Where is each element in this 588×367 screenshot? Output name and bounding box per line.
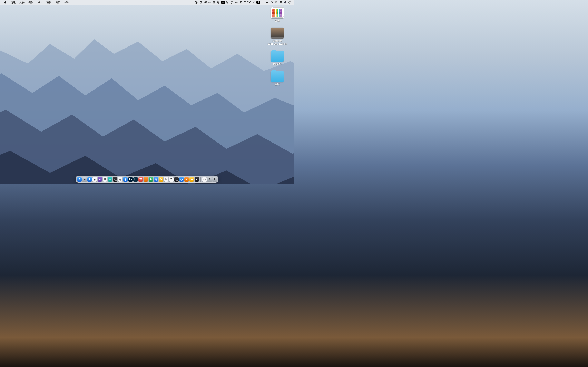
sogou-icon[interactable]: S [256, 0, 260, 5]
dock-trash[interactable]: 🗑 [212, 177, 217, 182]
stop-record-icon[interactable] [194, 0, 199, 5]
notion-icon: N [164, 177, 168, 182]
menu-view[interactable]: 显示 [35, 0, 44, 5]
desktop-icon-screenrecording-label: 屏幕录制 2021-10...6.09.56 [268, 39, 287, 45]
svg-rect-3 [200, 1, 201, 2]
menu-help[interactable]: 帮助 [62, 0, 71, 5]
terminal2-icon: >_ [174, 177, 179, 182]
dock-terminal2[interactable]: >_ [174, 177, 179, 182]
svg-point-8 [231, 1, 233, 3]
image-stack-thumb [271, 7, 284, 18]
dock-safari[interactable]: ◎ [93, 177, 97, 182]
svg-line-18 [277, 3, 277, 3]
music-icon: ♪ [144, 177, 148, 182]
dock-notes[interactable]: ✎ [159, 177, 163, 182]
dock-music[interactable]: ♪ [144, 177, 148, 182]
imovie-icon: ★ [98, 177, 102, 182]
clock-icon[interactable] [287, 0, 292, 5]
paste-icon[interactable] [199, 0, 203, 5]
notes-icon: ✎ [159, 177, 163, 182]
desktop-icon-screenrecording[interactable]: 屏幕录制 2021-10...6.09.56 [265, 27, 290, 45]
menu-file-label: 文件 [19, 1, 25, 4]
wps-icon: W [138, 177, 143, 182]
video-thumb [271, 27, 284, 39]
dock-iterm[interactable]: >_ [113, 177, 117, 182]
char-count-label: 5405字 [203, 1, 211, 4]
cpu-temp-label: 66.3°C [243, 1, 251, 4]
dock-launchpad[interactable]: ⊞ [82, 177, 87, 182]
svg-point-20 [280, 2, 280, 2]
dock-lightroom[interactable]: Lr [133, 177, 138, 182]
dock-siri[interactable]: ● [195, 177, 199, 182]
desktop-icon-data-folder[interactable]: 资料 [265, 71, 290, 86]
dock-wechat[interactable]: ✆ [149, 177, 153, 182]
apple-menu[interactable] [2, 0, 9, 5]
vlc-icon: ▲ [184, 177, 189, 182]
cursor-icon[interactable] [225, 0, 230, 5]
wechat-icon: ✆ [149, 177, 153, 182]
dock-calendar[interactable]: 12 [103, 177, 107, 182]
dock-typora[interactable]: T [169, 177, 173, 182]
bluetooth-icon[interactable] [260, 0, 265, 5]
dock-photoshop[interactable]: Ps [128, 177, 133, 182]
menu-help-label: 帮助 [64, 1, 70, 4]
svg-point-23 [284, 1, 286, 3]
menubar: 访达 文件 编辑 显示 前往 窗口 帮助 5405字 中 66.3°C S [0, 0, 294, 5]
svg-point-4 [213, 1, 215, 3]
menu-file[interactable]: 文件 [17, 0, 26, 5]
app-name[interactable]: 访达 [9, 0, 17, 5]
dock-feishu[interactable]: ✦ [108, 177, 112, 182]
menu-window-label: 窗口 [55, 1, 61, 4]
chat-icon[interactable] [230, 0, 234, 5]
menu-go[interactable]: 前往 [44, 0, 53, 5]
svg-rect-21 [280, 2, 282, 3]
dock-recent-doc[interactable]: ▭ [202, 177, 207, 182]
dock-qq[interactable]: Q [154, 177, 158, 182]
qq-icon: Q [154, 177, 158, 182]
vscode-icon: ⟊ [123, 177, 128, 182]
sketch-icon: ◆ [190, 177, 194, 182]
svg-rect-7 [218, 2, 219, 2]
spotlight-icon[interactable] [274, 0, 278, 5]
menu-edit[interactable]: 编辑 [26, 0, 35, 5]
svg-point-5 [214, 2, 214, 3]
menu-window[interactable]: 窗口 [53, 0, 62, 5]
dock-wps[interactable]: W [138, 177, 143, 182]
desktop-icon-images-label: 图像 [275, 19, 280, 22]
siri-icon[interactable] [283, 0, 287, 5]
dingtalk-icon: ◌ [179, 177, 184, 182]
app-store-icon: A [87, 177, 92, 182]
mute-icon[interactable] [251, 0, 256, 5]
svg-rect-1 [196, 2, 197, 3]
trash-icon: 🗑 [212, 177, 217, 182]
battery-icon[interactable] [265, 0, 269, 5]
dock-dingtalk[interactable]: ◌ [179, 177, 184, 182]
cpu-temp[interactable]: 66.3°C [243, 1, 251, 4]
char-count[interactable]: 5405字 [203, 1, 212, 4]
dock-downloads[interactable]: ⇩ [207, 177, 212, 182]
wifi-icon[interactable] [269, 0, 274, 5]
dock-imovie[interactable]: ★ [98, 177, 102, 182]
dock-finder[interactable]: F [77, 177, 82, 182]
desktop-icon-images[interactable]: 图像 [265, 7, 290, 22]
ime-lang[interactable]: 中 [221, 0, 225, 5]
fan-icon[interactable] [239, 0, 243, 5]
dock-sketch[interactable]: ◆ [190, 177, 194, 182]
desktop-icon-data-label: 资料 [275, 83, 280, 86]
control-center-icon[interactable] [278, 0, 283, 5]
menu-view-label: 显示 [37, 1, 43, 4]
dock-vscode[interactable]: ⟊ [123, 177, 128, 182]
dock-notion[interactable]: N [164, 177, 168, 182]
at-icon[interactable] [212, 0, 216, 5]
feishu-icon: ✦ [108, 177, 112, 182]
dock-app-store[interactable]: A [87, 177, 92, 182]
dock-vlc[interactable]: ▲ [184, 177, 189, 182]
svg-rect-19 [280, 1, 282, 2]
mic-icon[interactable] [216, 0, 221, 5]
folder-thumb [271, 71, 284, 82]
desktop-icon-macos-folder[interactable]: macOS [265, 51, 290, 66]
wechat-status-icon[interactable] [234, 0, 239, 5]
menu-edit-label: 编辑 [28, 1, 34, 4]
launchpad-icon: ⊞ [82, 177, 87, 182]
dock-chrome[interactable]: ◍ [118, 177, 122, 182]
